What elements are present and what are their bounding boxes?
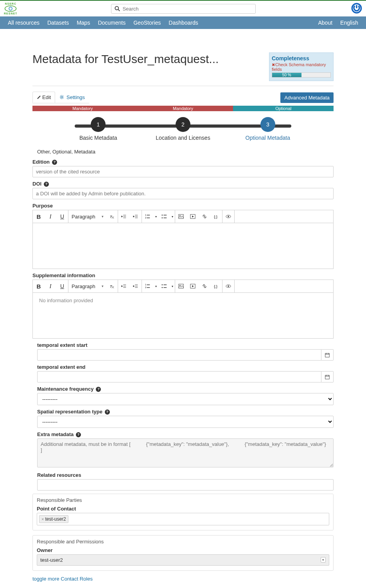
clear-format-button[interactable]: T	[106, 280, 118, 292]
search-box[interactable]	[111, 4, 256, 14]
site-logo[interactable]: NSERC RESNET	[4, 2, 17, 15]
related-input[interactable]	[37, 479, 334, 491]
italic-button[interactable]: I	[45, 210, 56, 223]
ordered-list-dropdown[interactable]: ▾	[154, 280, 158, 292]
indent-icon	[133, 214, 138, 219]
bold-button[interactable]: B	[33, 210, 45, 223]
code-icon: {;}	[214, 283, 219, 289]
image-button[interactable]	[175, 210, 187, 223]
svg-line-3	[118, 9, 120, 11]
main-nav: All resources Datasets Maps Documents Ge…	[0, 16, 366, 29]
nav-datasets[interactable]: Datasets	[43, 16, 73, 29]
maintenance-select[interactable]: ---------	[37, 393, 334, 405]
video-button[interactable]	[187, 210, 199, 223]
doi-input[interactable]	[32, 188, 334, 199]
help-icon[interactable]: ?	[105, 409, 110, 415]
italic-button[interactable]: I	[45, 280, 56, 292]
code-button[interactable]: {;}	[210, 280, 222, 292]
calendar-button[interactable]	[321, 371, 334, 382]
bold-button[interactable]: B	[33, 280, 45, 292]
paragraph-select[interactable]: Paragraph	[68, 283, 106, 289]
toggle-contact-roles-link[interactable]: toggle more Contact Roles	[32, 576, 93, 582]
paragraph-select[interactable]: Paragraph	[68, 214, 106, 220]
preview-button[interactable]	[222, 280, 234, 292]
related-label: Related resources	[37, 472, 81, 478]
calendar-button[interactable]	[321, 349, 334, 361]
temporal-end-input[interactable]	[37, 371, 321, 382]
unordered-list-icon	[161, 283, 167, 289]
progress-bar: 50 %	[272, 72, 331, 78]
wizard-step-2[interactable]: 2	[177, 118, 189, 131]
nav-geostories[interactable]: GeoStories	[129, 16, 165, 29]
temporal-start-label: temporal extent start	[37, 342, 88, 348]
clear-format-button[interactable]: T	[106, 210, 118, 223]
purpose-body[interactable]	[33, 223, 333, 269]
power-button[interactable]	[351, 3, 362, 15]
image-button[interactable]	[175, 280, 187, 292]
help-icon[interactable]: ?	[76, 432, 81, 437]
video-button[interactable]	[187, 280, 199, 292]
unordered-list-dropdown[interactable]: ▾	[170, 210, 175, 223]
outdent-button[interactable]	[118, 210, 130, 223]
ordered-list-button[interactable]: 12	[142, 210, 154, 223]
extra-metadata-input[interactable]	[37, 438, 334, 467]
ordered-list-button[interactable]: 12	[142, 280, 154, 292]
ordered-list-dropdown[interactable]: ▾	[154, 210, 158, 223]
temporal-start-input[interactable]	[37, 349, 321, 361]
help-icon[interactable]: ?	[52, 160, 57, 165]
svg-point-28	[179, 285, 181, 286]
poc-label: Point of Contact	[37, 506, 76, 512]
nav-documents[interactable]: Documents	[94, 16, 129, 29]
owner-select[interactable]: test-user2	[37, 554, 329, 566]
poc-input[interactable]: × test-user2	[37, 513, 329, 525]
unordered-list-dropdown[interactable]: ▾	[170, 280, 175, 292]
advanced-metadata-button[interactable]: Advanced Metadata	[280, 92, 334, 103]
page-title: Metadata for TestUser_metaquest...	[32, 52, 269, 66]
outdent-button[interactable]	[118, 280, 130, 292]
nav-about[interactable]: About	[314, 16, 336, 29]
poc-tag: × test-user2	[39, 515, 68, 523]
svg-point-25	[161, 284, 163, 285]
underline-button[interactable]: U	[56, 210, 68, 223]
help-icon[interactable]: ?	[44, 182, 49, 187]
svg-text:1: 1	[145, 214, 146, 216]
svg-text:2: 2	[145, 216, 146, 219]
svg-point-6	[61, 96, 63, 98]
responsible-parties-title: Responsible Parties	[37, 497, 329, 503]
logo-text-bottom: RESNET	[4, 12, 17, 15]
ordered-list-icon: 12	[145, 214, 151, 219]
underline-button[interactable]: U	[56, 280, 68, 292]
svg-text:{;}: {;}	[214, 284, 218, 289]
edition-input[interactable]	[32, 166, 334, 177]
spatial-select[interactable]: ---------	[37, 416, 334, 428]
wizard-step-3[interactable]: 3	[262, 118, 274, 131]
indent-button[interactable]	[130, 280, 142, 292]
wizard-step-1[interactable]: 1	[92, 118, 104, 131]
unordered-list-button[interactable]	[158, 210, 170, 223]
nav-dashboards[interactable]: Dashboards	[165, 16, 202, 29]
link-button[interactable]	[199, 280, 210, 292]
nav-all-resources[interactable]: All resources	[4, 16, 43, 29]
indent-icon	[133, 283, 138, 289]
search-input[interactable]	[122, 6, 252, 12]
svg-rect-34	[325, 375, 330, 379]
svg-text:{;}: {;}	[214, 215, 218, 219]
tab-edit[interactable]: Edit	[32, 92, 55, 103]
nav-language[interactable]: English	[336, 16, 362, 29]
nav-maps[interactable]: Maps	[73, 16, 94, 29]
link-button[interactable]	[199, 210, 210, 223]
supplemental-editor: B I U Paragraph T 12 ▾ ▾	[32, 280, 334, 339]
svg-text:1: 1	[145, 283, 146, 286]
indent-button[interactable]	[130, 210, 142, 223]
eye-icon	[226, 283, 231, 289]
code-button[interactable]: {;}	[210, 210, 222, 223]
unordered-list-button[interactable]	[158, 280, 170, 292]
supplemental-label: Supplemental information	[32, 272, 95, 278]
remove-tag-button[interactable]: ×	[41, 517, 44, 521]
help-icon[interactable]: ?	[96, 387, 101, 392]
tab-settings[interactable]: Settings	[55, 92, 89, 103]
calendar-icon	[325, 374, 330, 380]
preview-button[interactable]	[222, 210, 234, 223]
supplemental-body[interactable]: No information provided	[33, 293, 333, 338]
extra-metadata-label: Extra metadata	[37, 431, 74, 437]
